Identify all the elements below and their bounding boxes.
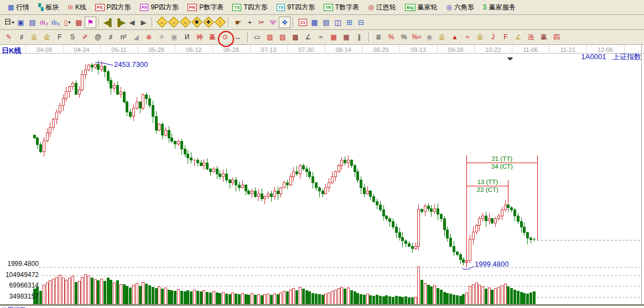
gann-fan-tool-icon: ▨ xyxy=(267,33,273,41)
link-line-tool-icon: 连 xyxy=(528,33,534,42)
diamond-right-button[interactable]: → xyxy=(168,17,179,28)
gann-circle-tool[interactable]: ⊕ xyxy=(143,32,154,43)
playback-button[interactable]: ⚑ xyxy=(85,17,96,28)
parallel-tool[interactable]: ∥ xyxy=(354,32,365,43)
gold-three-tool[interactable]: 金 xyxy=(437,32,448,43)
mark-button[interactable]: Ψ xyxy=(267,17,279,28)
god-line-tool[interactable]: 神 xyxy=(194,32,205,43)
win-angle-tool[interactable]: 赢 xyxy=(538,32,549,43)
gann-grid-tool[interactable]: ▣ xyxy=(169,32,180,43)
menu-kline[interactable]: ılıK线 xyxy=(64,2,91,13)
god-line-tool-icon: 神 xyxy=(196,33,203,42)
fan-box-tool[interactable]: ▧ xyxy=(277,32,288,43)
period-button[interactable]: 日▾ xyxy=(3,17,15,28)
window-layout-button[interactable]: ▣ xyxy=(15,17,27,28)
fib-count-13tt-label: 13 (TT) xyxy=(468,179,507,185)
candle-style-button[interactable]: ▯▾ xyxy=(61,17,73,28)
gann-wrap-button[interactable]: ▩ xyxy=(73,17,85,28)
box-tool[interactable]: ▭ xyxy=(252,32,263,43)
symbol-name: 上证指数 xyxy=(612,53,641,61)
last-page-button-icon: ▐▶ xyxy=(115,18,126,27)
menu-t-table[interactable]: TNT数字表 xyxy=(319,2,363,13)
save-button[interactable]: ◫ xyxy=(332,17,344,28)
calendar-button[interactable]: 21 xyxy=(297,17,309,28)
bar-count-tool[interactable]: ≣ xyxy=(373,32,384,43)
quote-page-button[interactable]: ▤ xyxy=(27,17,38,28)
angle-tool[interactable]: ◢ xyxy=(131,32,142,43)
link-line-tool[interactable]: 连 xyxy=(526,32,537,43)
percent-tool[interactable]: % xyxy=(398,32,409,43)
last-page-button[interactable]: ▐▶ xyxy=(115,17,126,28)
gann-line-tool[interactable]: S xyxy=(67,32,78,43)
menu-sectors[interactable]: ▚板块 xyxy=(34,2,63,13)
gann-fan-tool[interactable]: ▨ xyxy=(264,32,276,43)
trend-pencil-tool[interactable]: ▲ xyxy=(449,32,460,43)
sunburst-tool[interactable]: ✳ xyxy=(156,32,167,43)
gold-band-tool-icon: 金 xyxy=(477,33,484,42)
first-page-button[interactable]: ◀▌ xyxy=(103,17,115,28)
cut-button[interactable]: ✂ xyxy=(256,17,267,28)
crosshair-button[interactable]: + xyxy=(244,17,256,28)
j-line-tool[interactable]: J xyxy=(487,32,498,43)
price-grid-tool[interactable]: ▦ xyxy=(328,32,339,43)
hand-button[interactable]: ☛ xyxy=(232,17,244,28)
zigzag-tool[interactable]: ≈ xyxy=(315,32,326,43)
menu-gann-wheel-label: 江恩轮 xyxy=(376,3,396,12)
gold-section-tool[interactable]: 金 xyxy=(29,32,40,43)
speed-line-tool[interactable]: ∠ xyxy=(513,32,524,43)
diamond-hswing-button[interactable]: ↔ xyxy=(179,17,191,28)
gold-band-tool[interactable]: 金 xyxy=(475,32,486,43)
pencil-tool[interactable]: ✎ xyxy=(3,32,14,43)
calculator-button[interactable]: ▦ xyxy=(309,17,320,28)
menu-p-square[interactable]: PSP四方形 xyxy=(91,2,136,13)
print-button[interactable]: ⊟ xyxy=(355,17,367,28)
prev-button[interactable]: ◀ xyxy=(126,17,138,28)
bars3-button[interactable]: ılı₃ xyxy=(38,17,50,28)
bars9-button[interactable]: ılı₉ xyxy=(50,17,61,28)
menu-t-square[interactable]: TST四方形 xyxy=(228,2,272,13)
menu-winner-wheel[interactable]: Big赢家轮 xyxy=(401,2,442,13)
diamond-left-button[interactable]: ← xyxy=(156,17,168,28)
menu-hexagon[interactable]: ◎六角形 xyxy=(442,2,479,13)
period-mode-label[interactable]: 日K线 xyxy=(2,46,21,56)
diamond-cross-button[interactable]: ✚ xyxy=(202,17,214,28)
grid-ruler-tool[interactable]: ♯ xyxy=(16,32,27,43)
fibonacci-tool[interactable]: F xyxy=(54,32,65,43)
quad-line-tool[interactable]: 四 xyxy=(551,32,562,43)
diamond-vswing-button[interactable]: ↕ xyxy=(214,17,226,28)
menu-p-table[interactable]: PNP数字表 xyxy=(183,2,228,13)
spiral-tool[interactable]: @ xyxy=(92,32,103,43)
palette-button[interactable]: ❖ xyxy=(279,17,290,28)
notes-button[interactable]: ▤ xyxy=(320,17,332,28)
diamond-star-button[interactable]: ✱ xyxy=(191,17,202,28)
menu-service[interactable]: $赢家服务 xyxy=(479,2,520,13)
toolbar-separator xyxy=(293,17,295,27)
menu-9t-square[interactable]: T99T四方形 xyxy=(272,2,319,13)
fan-grid-tool[interactable]: ▩ xyxy=(290,32,301,43)
crosshair-button-icon: + xyxy=(248,18,252,27)
menu-quotes[interactable]: ▦行情 xyxy=(3,2,34,13)
percent-three-tool[interactable]: %= xyxy=(411,32,422,43)
gold-extension-tool[interactable]: 金 xyxy=(41,32,53,43)
menu-gann-wheel[interactable]: ◎江恩轮 xyxy=(363,2,400,13)
next-button[interactable]: ▶ xyxy=(138,17,149,28)
volume-axis-label-1: 104949472 xyxy=(0,271,39,279)
wave-tool[interactable]: И xyxy=(181,32,193,43)
time-ruler-tool[interactable]: ♯ xyxy=(105,32,116,43)
chart-canvas[interactable] xyxy=(0,45,644,308)
brush-tool[interactable]: ✐ xyxy=(80,32,91,43)
gold-circle-tool[interactable]: ◉ xyxy=(424,32,435,43)
wave-band-tool[interactable]: ≈ xyxy=(462,32,473,43)
angle-line-tool[interactable]: ∠ xyxy=(303,32,314,43)
f-line-tool[interactable]: F xyxy=(500,32,511,43)
export-button[interactable]: ⊞ xyxy=(344,17,355,28)
menu-9p-square[interactable]: P99P四方形 xyxy=(136,2,183,13)
dense-grid-tool[interactable]: ▦ xyxy=(341,32,352,43)
win-line-tool[interactable]: 赢 xyxy=(207,32,218,43)
percent-line-tool[interactable]: % xyxy=(386,32,397,43)
span-tool[interactable]: ↔ xyxy=(232,32,243,43)
first-page-button-icon: ◀▌ xyxy=(103,18,114,27)
mark-button-icon: Ψ xyxy=(270,18,276,27)
menu-9t-square-label: 9T四方形 xyxy=(287,3,315,12)
n2-ruler-tool[interactable]: n² xyxy=(118,32,129,43)
